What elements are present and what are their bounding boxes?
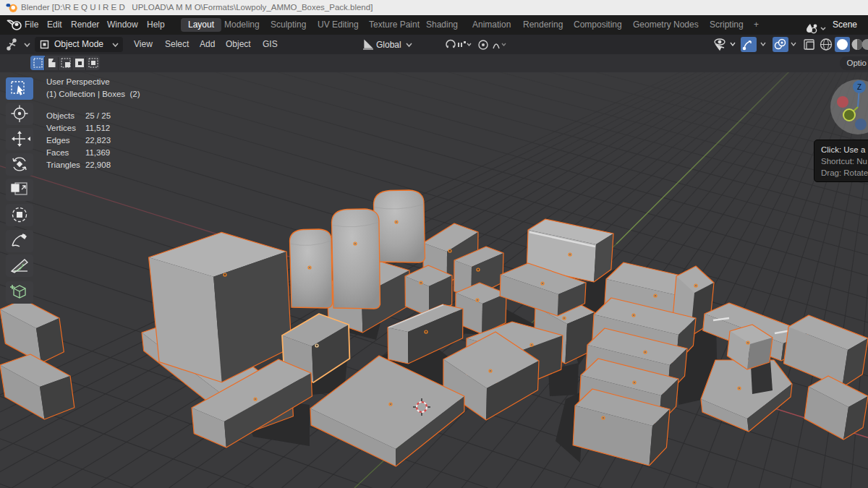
svg-text:Global: Global: [376, 40, 401, 50]
svg-text:Z: Z: [857, 83, 861, 91]
